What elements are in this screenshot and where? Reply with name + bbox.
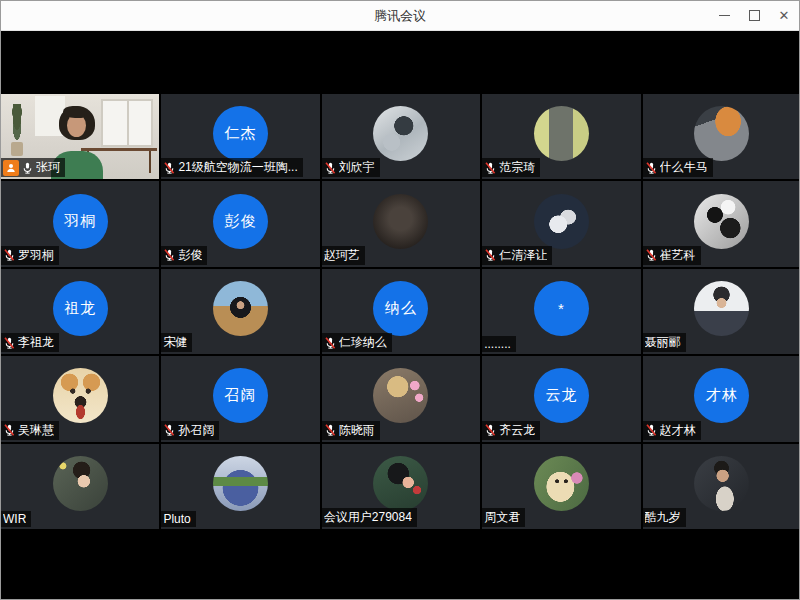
mic-muted-icon <box>484 423 497 437</box>
avatar-photo <box>694 456 749 511</box>
participant-name: 什么牛马 <box>660 159 708 176</box>
participant-tile[interactable]: WIR <box>1 444 159 529</box>
participant-label: 陈晓雨 <box>322 421 380 440</box>
participant-tile[interactable]: 刘欣宇 <box>322 94 480 179</box>
participant-tile[interactable]: 才林 赵才林 <box>643 356 800 441</box>
participant-tile[interactable]: 崔艺科 <box>643 181 800 266</box>
participant-tile[interactable]: 仁清泽让 <box>482 181 640 266</box>
maximize-icon <box>749 10 760 21</box>
participant-tile[interactable]: 宋健 <box>161 269 319 354</box>
avatar-initials-text: 才林 <box>706 386 738 405</box>
mic-muted-icon <box>324 161 337 175</box>
participant-label: 彭俊 <box>161 246 207 265</box>
avatar-initials: 祖龙 <box>53 281 108 336</box>
avatar-initials-text: 云龙 <box>545 386 577 405</box>
avatar-initials-text: 祖龙 <box>64 299 96 318</box>
mic-muted-icon <box>324 336 337 350</box>
participant-name: 刘欣宇 <box>339 159 375 176</box>
participant-tile[interactable]: 召阔 孙召阔 <box>161 356 319 441</box>
participant-tile[interactable]: 陈晓雨 <box>322 356 480 441</box>
participant-label: 聂丽郦 <box>643 333 686 352</box>
avatar-initials-text: * <box>558 300 565 317</box>
participant-name: 彭俊 <box>178 247 202 264</box>
maximize-button[interactable] <box>739 1 769 30</box>
participant-grid: 张珂 仁杰 21级航空物流一班陶... <box>1 94 800 529</box>
video-bg-plant-pot <box>11 142 23 156</box>
avatar-initials-text: 纳么 <box>385 299 417 318</box>
avatar-initials: 纳么 <box>373 281 428 336</box>
person-badge-icon <box>3 160 19 176</box>
participant-label: WIR <box>1 511 31 527</box>
avatar-initials: 羽桐 <box>53 194 108 249</box>
mic-muted-icon <box>163 423 176 437</box>
participant-label: 齐云龙 <box>482 421 540 440</box>
video-bg-plant <box>9 104 25 144</box>
participant-tile[interactable]: 云龙 齐云龙 <box>482 356 640 441</box>
participant-tile[interactable]: 聂丽郦 <box>643 269 800 354</box>
participant-tile[interactable]: 周文君 <box>482 444 640 529</box>
minimize-button[interactable] <box>709 1 739 30</box>
participant-tile[interactable]: 张珂 <box>1 94 159 179</box>
participant-name: 孙召阔 <box>178 422 214 439</box>
participant-tile[interactable]: 仁杰 21级航空物流一班陶... <box>161 94 319 179</box>
avatar-photo <box>213 281 268 336</box>
participant-tile[interactable]: 范宗琦 <box>482 94 640 179</box>
participant-tile[interactable]: 纳么 仁珍纳么 <box>322 269 480 354</box>
participant-label: 宋健 <box>161 333 192 352</box>
video-bg-desk <box>81 148 157 151</box>
participant-label: 范宗琦 <box>482 158 540 177</box>
participant-name: 仁珍纳么 <box>339 334 387 351</box>
window-controls: ✕ <box>709 1 799 30</box>
avatar-initials: * <box>534 281 589 336</box>
participant-label: 赵珂艺 <box>322 246 365 265</box>
avatar-photo <box>694 106 749 161</box>
close-button[interactable]: ✕ <box>769 1 799 30</box>
mic-muted-icon <box>645 161 658 175</box>
avatar-initials-text: 羽桐 <box>64 212 96 231</box>
participant-label: 崔艺科 <box>643 246 701 265</box>
avatar-photo <box>373 106 428 161</box>
participant-name: 会议用户279084 <box>324 509 412 526</box>
participant-tile[interactable]: 祖龙 李祖龙 <box>1 269 159 354</box>
participant-label: ........ <box>482 336 516 352</box>
avatar-photo <box>373 368 428 423</box>
avatar-initials: 才林 <box>694 368 749 423</box>
participant-tile[interactable]: 会议用户279084 <box>322 444 480 529</box>
mic-muted-icon <box>484 161 497 175</box>
participant-name: 赵珂艺 <box>324 247 360 264</box>
mic-muted-icon <box>3 248 16 262</box>
participant-name: ........ <box>484 337 511 351</box>
participant-name: 聂丽郦 <box>645 334 681 351</box>
mic-muted-icon <box>324 423 337 437</box>
avatar-initials: 召阔 <box>213 368 268 423</box>
mic-muted-icon <box>3 336 16 350</box>
participant-tile[interactable]: Pluto <box>161 444 319 529</box>
participant-label: 仁珍纳么 <box>322 333 392 352</box>
participant-tile[interactable]: * ........ <box>482 269 640 354</box>
participant-tile[interactable]: 羽桐 罗羽桐 <box>1 181 159 266</box>
avatar-initials: 彭俊 <box>213 194 268 249</box>
participant-tile[interactable]: 彭俊 彭俊 <box>161 181 319 266</box>
mic-muted-icon <box>3 423 16 437</box>
participant-label: 李祖龙 <box>1 333 59 352</box>
participant-name: 21级航空物流一班陶... <box>178 159 297 176</box>
avatar-initials-text: 召阔 <box>225 386 257 405</box>
meeting-window: 腾讯会议 ✕ <box>0 0 800 600</box>
participant-label: 张珂 <box>1 158 65 177</box>
participant-name: 陈晓雨 <box>339 422 375 439</box>
participant-label: 赵才林 <box>643 421 701 440</box>
avatar-initials-text: 彭俊 <box>225 212 257 231</box>
participant-name: 酷九岁 <box>645 509 681 526</box>
participant-name: 吴琳慧 <box>18 422 54 439</box>
participant-label: 什么牛马 <box>643 158 713 177</box>
participant-name: 李祖龙 <box>18 334 54 351</box>
participant-name: Pluto <box>163 512 190 526</box>
window-title: 腾讯会议 <box>374 7 426 25</box>
video-bg-window <box>101 99 153 147</box>
participant-tile[interactable]: 赵珂艺 <box>322 181 480 266</box>
participant-tile[interactable]: 吴琳慧 <box>1 356 159 441</box>
participant-tile[interactable]: 什么牛马 <box>643 94 800 179</box>
meeting-stage: 张珂 仁杰 21级航空物流一班陶... <box>1 31 799 599</box>
video-person-hair <box>63 106 85 118</box>
participant-tile[interactable]: 酷九岁 <box>643 444 800 529</box>
